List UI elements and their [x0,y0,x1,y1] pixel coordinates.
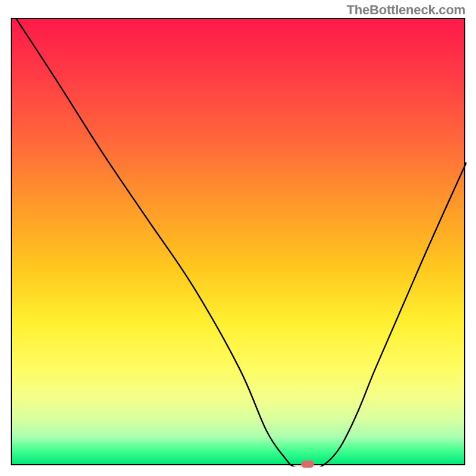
attribution-text: TheBottleneck.com [346,2,465,18]
optimal-marker [301,461,314,468]
curve-layer [12,19,466,466]
plot-area [11,18,465,465]
bottleneck-curve-path [17,19,466,466]
bottleneck-chart: TheBottleneck.com [0,0,476,476]
